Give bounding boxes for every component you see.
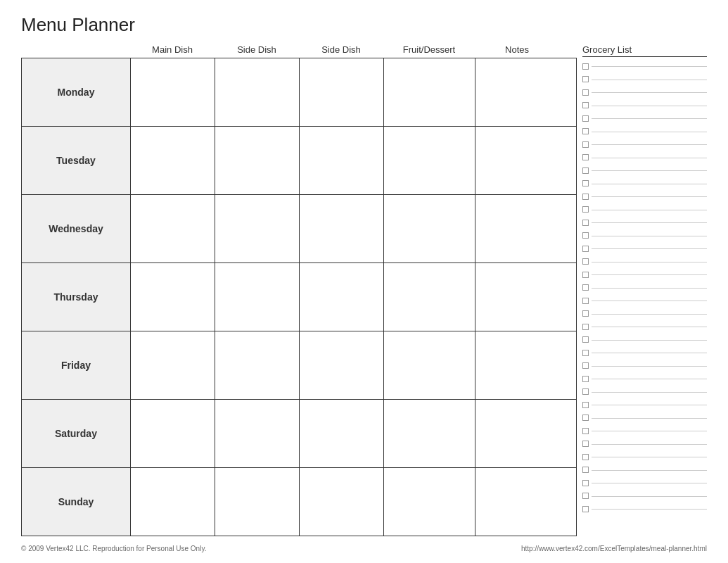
grocery-item[interactable] bbox=[582, 216, 707, 229]
thursday-fruit-dessert[interactable] bbox=[384, 263, 475, 331]
grocery-checkbox[interactable] bbox=[582, 376, 589, 382]
grocery-item[interactable] bbox=[582, 334, 707, 347]
grocery-checkbox[interactable] bbox=[582, 141, 589, 148]
saturday-fruit-dessert[interactable] bbox=[384, 400, 475, 467]
monday-main-dish[interactable] bbox=[131, 58, 215, 126]
tuesday-fruit-dessert[interactable] bbox=[384, 127, 475, 194]
grocery-checkbox[interactable] bbox=[582, 76, 589, 82]
friday-fruit-dessert[interactable] bbox=[384, 331, 475, 399]
grocery-item[interactable] bbox=[582, 151, 707, 165]
grocery-checkbox[interactable] bbox=[582, 89, 589, 96]
grocery-item[interactable] bbox=[582, 424, 707, 438]
grocery-item[interactable] bbox=[582, 360, 707, 373]
grocery-checkbox[interactable] bbox=[582, 128, 589, 134]
thursday-side-dish-1[interactable] bbox=[215, 263, 300, 331]
tuesday-notes[interactable] bbox=[475, 127, 577, 194]
grocery-checkbox[interactable] bbox=[582, 428, 589, 434]
grocery-checkbox[interactable] bbox=[582, 102, 589, 108]
sunday-side-dish-1[interactable] bbox=[215, 468, 300, 536]
wednesday-side-dish-1[interactable] bbox=[215, 195, 300, 262]
thursday-side-dish-2[interactable] bbox=[300, 263, 384, 331]
grocery-checkbox[interactable] bbox=[582, 63, 589, 70]
monday-side-dish-1[interactable] bbox=[215, 58, 300, 126]
saturday-side-dish-1[interactable] bbox=[215, 400, 300, 467]
grocery-checkbox[interactable] bbox=[582, 402, 589, 408]
grocery-checkbox[interactable] bbox=[582, 180, 589, 186]
grocery-item[interactable] bbox=[582, 268, 707, 282]
grocery-checkbox[interactable] bbox=[582, 232, 589, 239]
grocery-checkbox[interactable] bbox=[582, 467, 589, 473]
tuesday-side-dish-1[interactable] bbox=[215, 127, 300, 194]
grocery-item[interactable] bbox=[582, 164, 707, 177]
sunday-fruit-dessert[interactable] bbox=[384, 468, 475, 536]
saturday-side-dish-2[interactable] bbox=[300, 400, 384, 467]
grocery-checkbox[interactable] bbox=[582, 310, 589, 317]
grocery-item[interactable] bbox=[582, 177, 707, 191]
grocery-checkbox[interactable] bbox=[582, 441, 589, 447]
grocery-item[interactable] bbox=[582, 229, 707, 243]
grocery-item[interactable] bbox=[582, 112, 707, 125]
grocery-item[interactable] bbox=[582, 320, 707, 334]
grocery-checkbox[interactable] bbox=[582, 206, 589, 213]
grocery-checkbox[interactable] bbox=[582, 415, 589, 421]
grocery-checkbox[interactable] bbox=[582, 258, 589, 265]
grocery-item[interactable] bbox=[582, 190, 707, 203]
grocery-item[interactable] bbox=[582, 386, 707, 399]
grocery-checkbox[interactable] bbox=[582, 115, 589, 122]
monday-side-dish-2[interactable] bbox=[300, 58, 384, 126]
grocery-item[interactable] bbox=[582, 125, 707, 139]
grocery-item[interactable] bbox=[582, 490, 707, 503]
friday-main-dish[interactable] bbox=[131, 331, 215, 399]
friday-side-dish-1[interactable] bbox=[215, 331, 300, 399]
grocery-item[interactable] bbox=[582, 73, 707, 87]
grocery-checkbox[interactable] bbox=[582, 194, 589, 200]
grocery-item[interactable] bbox=[582, 464, 707, 477]
grocery-item[interactable] bbox=[582, 294, 707, 308]
grocery-item[interactable] bbox=[582, 412, 707, 425]
grocery-item[interactable] bbox=[582, 86, 707, 99]
grocery-checkbox[interactable] bbox=[582, 362, 589, 369]
friday-side-dish-2[interactable] bbox=[300, 331, 384, 399]
monday-notes[interactable] bbox=[475, 58, 577, 126]
grocery-item[interactable] bbox=[582, 282, 707, 295]
thursday-notes[interactable] bbox=[475, 263, 577, 331]
grocery-item[interactable] bbox=[582, 138, 707, 151]
grocery-item[interactable] bbox=[582, 346, 707, 360]
grocery-item[interactable] bbox=[582, 99, 707, 113]
grocery-checkbox[interactable] bbox=[582, 493, 589, 499]
sunday-side-dish-2[interactable] bbox=[300, 468, 384, 536]
grocery-checkbox[interactable] bbox=[582, 167, 589, 174]
tuesday-main-dish[interactable] bbox=[131, 127, 215, 194]
grocery-item[interactable] bbox=[582, 450, 707, 464]
monday-fruit-dessert[interactable] bbox=[384, 58, 475, 126]
grocery-checkbox[interactable] bbox=[582, 272, 589, 278]
grocery-checkbox[interactable] bbox=[582, 220, 589, 226]
grocery-item[interactable] bbox=[582, 372, 707, 386]
grocery-checkbox[interactable] bbox=[582, 388, 589, 395]
grocery-checkbox[interactable] bbox=[582, 454, 589, 460]
wednesday-notes[interactable] bbox=[475, 195, 577, 262]
grocery-checkbox[interactable] bbox=[582, 480, 589, 486]
grocery-checkbox[interactable] bbox=[582, 284, 589, 291]
grocery-checkbox[interactable] bbox=[582, 154, 589, 160]
thursday-main-dish[interactable] bbox=[131, 263, 215, 331]
wednesday-side-dish-2[interactable] bbox=[300, 195, 384, 262]
sunday-notes[interactable] bbox=[475, 468, 577, 536]
grocery-item[interactable] bbox=[582, 438, 707, 451]
tuesday-side-dish-2[interactable] bbox=[300, 127, 384, 194]
grocery-item[interactable] bbox=[582, 60, 707, 73]
grocery-checkbox[interactable] bbox=[582, 324, 589, 330]
grocery-checkbox[interactable] bbox=[582, 506, 589, 512]
grocery-item[interactable] bbox=[582, 398, 707, 412]
grocery-item[interactable] bbox=[582, 476, 707, 490]
grocery-item[interactable] bbox=[582, 242, 707, 255]
sunday-main-dish[interactable] bbox=[131, 468, 215, 536]
saturday-main-dish[interactable] bbox=[131, 400, 215, 467]
saturday-notes[interactable] bbox=[475, 400, 577, 467]
grocery-item[interactable] bbox=[582, 203, 707, 217]
grocery-item[interactable] bbox=[582, 502, 707, 516]
friday-notes[interactable] bbox=[475, 331, 577, 399]
wednesday-fruit-dessert[interactable] bbox=[384, 195, 475, 262]
grocery-checkbox[interactable] bbox=[582, 246, 589, 252]
grocery-checkbox[interactable] bbox=[582, 336, 589, 343]
